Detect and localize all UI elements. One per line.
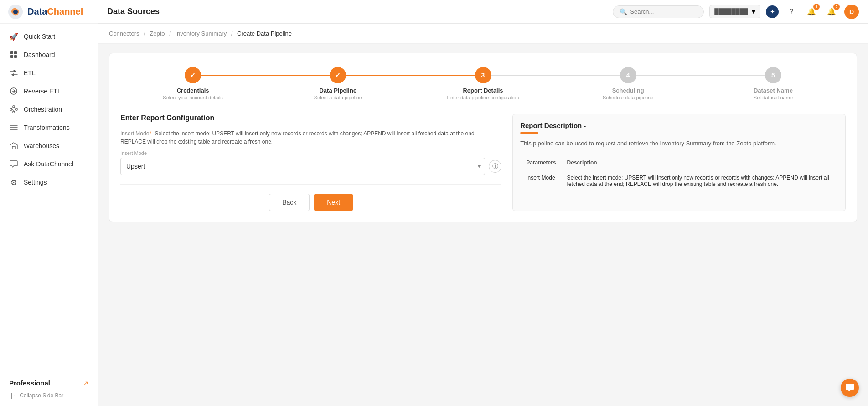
stepper: ✓ Credentials Select your account detail…: [120, 67, 846, 100]
step-data-pipeline: ✓ Data Pipeline Select a data pipeline: [265, 67, 410, 100]
step-dataset-name: 5 Dataset Name Set dataset name: [701, 67, 846, 100]
sidebar-item-transformations[interactable]: Transformations: [0, 118, 98, 137]
select-row: Upsert Append Replace ▾ ⓘ: [120, 158, 501, 175]
magic-icon[interactable]: ✦: [766, 5, 779, 18]
collapse-arrow-icon: |←: [11, 392, 18, 399]
external-link-icon[interactable]: ↗: [83, 380, 88, 387]
step-circle-credentials: ✓: [185, 67, 201, 83]
topbar: Data Sources 🔍 ████████ ▾ ✦ ? 🔔 1 🔔 2: [98, 0, 868, 24]
user-name: ████████: [714, 8, 748, 15]
content-area: Connectors / Zepto / Inventory Summary /…: [98, 24, 868, 406]
step-scheduling: 4 Scheduling Schedule data pipeline: [556, 67, 701, 100]
step-circle-data-pipeline: ✓: [330, 67, 346, 83]
sidebar-item-label: ETL: [24, 69, 36, 77]
report-desc-title: Report Description -: [520, 122, 838, 129]
help-button[interactable]: ?: [784, 5, 799, 19]
step-circle-dataset-name: 5: [765, 67, 781, 83]
breadcrumb-inventory-summary[interactable]: Inventory Summary: [175, 30, 227, 37]
search-input[interactable]: [630, 8, 694, 15]
insert-mode-select[interactable]: Upsert Append Replace: [120, 158, 485, 175]
info-button[interactable]: ⓘ: [489, 160, 501, 173]
step-circle-scheduling: 4: [620, 67, 636, 83]
sidebar: DataChannel 🚀 Quick Start Dashboard ETL …: [0, 0, 98, 406]
step-label-scheduling: Scheduling: [612, 87, 644, 94]
logo-channel-text: Channel: [47, 6, 83, 16]
description-col-header: Description: [562, 155, 838, 170]
svg-rect-3: [14, 51, 17, 54]
logo: DataChannel: [0, 0, 98, 24]
sidebar-item-dashboard[interactable]: Dashboard: [0, 46, 98, 64]
form-divider: [120, 184, 501, 185]
breadcrumb-current: Create Data Pipeline: [237, 30, 292, 37]
step-sublabel-data-pipeline: Select a data pipeline: [314, 95, 362, 100]
next-button[interactable]: Next: [314, 194, 353, 211]
form-left: Enter Report Configuration Insert Mode*-…: [120, 114, 501, 211]
page-title: Data Sources: [107, 7, 160, 16]
sidebar-nav: 🚀 Quick Start Dashboard ETL Reverse ETL: [0, 24, 98, 370]
insert-mode-label-inline: Insert Mode*: [120, 130, 151, 137]
param-name: Insert Mode: [521, 170, 562, 192]
report-description-panel: Report Description - This pipeline can b…: [512, 114, 846, 211]
report-desc-text: This pipeline can be used to request and…: [520, 139, 838, 148]
alerts-button[interactable]: 🔔 2: [824, 5, 839, 19]
sidebar-item-orchestration[interactable]: Orchestration: [0, 100, 98, 118]
select-wrapper: Upsert Append Replace ▾: [120, 158, 485, 175]
svg-rect-7: [10, 108, 12, 110]
sidebar-item-label: Warehouses: [24, 142, 59, 149]
sidebar-item-label: Ask DataChannel: [24, 160, 73, 168]
svg-rect-14: [12, 146, 15, 149]
svg-rect-5: [14, 55, 17, 58]
step-report-details: 3 Report Details Enter data pipeline con…: [410, 67, 555, 100]
breadcrumb-zepto[interactable]: Zepto: [150, 30, 165, 37]
step-label-report-details: Report Details: [463, 87, 503, 94]
step-sublabel-credentials: Select your account details: [163, 95, 222, 100]
sidebar-item-label: Reverse ETL: [24, 87, 61, 95]
logo-icon: [7, 4, 24, 20]
topbar-right: 🔍 ████████ ▾ ✦ ? 🔔 1 🔔 2 D: [613, 5, 859, 19]
notifications-button[interactable]: 🔔 1: [804, 5, 819, 19]
sidebar-item-settings[interactable]: ⚙ Settings: [0, 173, 98, 191]
sidebar-item-warehouses[interactable]: Warehouses: [0, 137, 98, 155]
step-label-data-pipeline: Data Pipeline: [319, 87, 356, 94]
sidebar-item-label: Settings: [24, 179, 47, 186]
sidebar-item-label: Orchestration: [24, 106, 62, 113]
sidebar-item-label: Dashboard: [24, 51, 55, 58]
step-label-dataset-name: Dataset Name: [754, 87, 793, 94]
button-row: Back Next: [120, 194, 501, 211]
warehouses-icon: [9, 141, 18, 150]
breadcrumb: Connectors / Zepto / Inventory Summary /…: [98, 24, 868, 44]
etl-icon: [9, 68, 18, 77]
sidebar-item-quick-start[interactable]: 🚀 Quick Start: [0, 27, 98, 46]
svg-rect-4: [10, 55, 13, 58]
svg-rect-10: [16, 108, 17, 110]
step-sublabel-report-details: Enter data pipeline configuration: [447, 95, 519, 100]
sidebar-item-etl[interactable]: ETL: [0, 64, 98, 82]
user-menu[interactable]: ████████ ▾: [709, 5, 760, 18]
rocket-icon: 🚀: [9, 32, 18, 41]
report-desc-line: [520, 132, 538, 134]
params-col-header: Parameters: [521, 155, 562, 170]
notification-badge: 1: [813, 4, 820, 10]
search-box[interactable]: 🔍: [613, 5, 704, 18]
step-sublabel-dataset-name: Set dataset name: [754, 95, 793, 100]
svg-rect-8: [13, 106, 15, 108]
back-button[interactable]: Back: [269, 194, 310, 211]
search-icon: 🔍: [620, 8, 627, 15]
avatar: D: [844, 5, 859, 19]
transformations-icon: [9, 123, 18, 132]
insert-mode-field-label: Insert Mode: [120, 150, 501, 156]
chat-button[interactable]: [841, 379, 859, 397]
svg-point-1: [13, 10, 18, 14]
sidebar-item-reverse-etl[interactable]: Reverse ETL: [0, 82, 98, 100]
chat-icon: [845, 383, 854, 392]
step-sublabel-scheduling: Schedule data pipeline: [603, 95, 653, 100]
form-section: Enter Report Configuration Insert Mode*-…: [120, 114, 846, 211]
insert-mode-description: Insert Mode*- Select the insert mode: UP…: [120, 129, 501, 146]
collapse-sidebar-button[interactable]: |← Collapse Side Bar: [7, 391, 90, 401]
sidebar-item-ask-datachannel[interactable]: Ask DataChannel: [0, 155, 98, 173]
breadcrumb-connectors[interactable]: Connectors: [109, 30, 139, 37]
svg-rect-9: [13, 111, 15, 113]
breadcrumb-sep-3: /: [231, 30, 233, 37]
alert-badge: 2: [833, 4, 840, 10]
svg-rect-2: [10, 51, 13, 54]
